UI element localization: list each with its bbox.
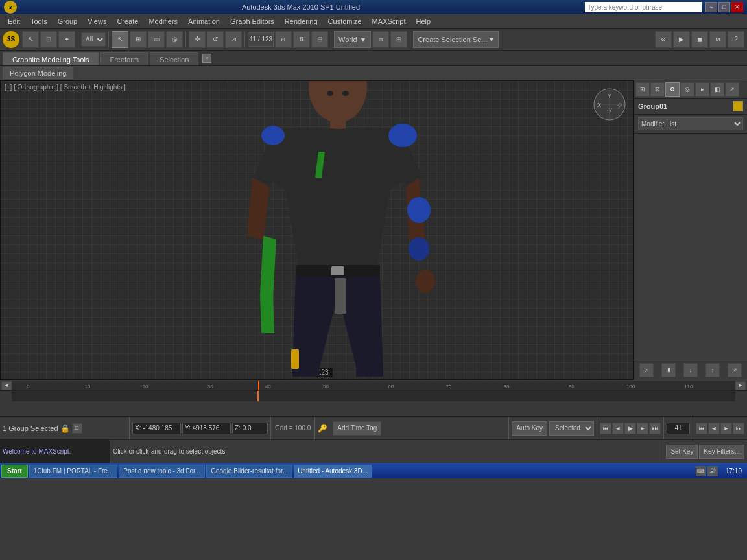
tab-graphite[interactable]: Graphite Modeling Tools [3,52,99,65]
taskbar-item-3[interactable]: Google Bilder-resultat for... [206,465,292,478]
create-selection-btn[interactable]: Create Selection Se... ▼ [413,31,499,48]
system-tray: ⌨ 🔊 [693,466,720,476]
timeline-frame-marker[interactable] [258,381,259,390]
panel-modify-btn[interactable]: ⚙ [665,82,680,97]
select-region-btn[interactable]: ⊡ [40,31,57,48]
menu-animation[interactable]: Animation [183,16,225,27]
lasso-select-btn[interactable]: ✦ [58,31,75,48]
scale-btn[interactable]: ⊿ [225,31,242,48]
misc-icon2[interactable]: ⊞ [390,31,407,48]
key-filters-btn[interactable]: Key Filters... [699,445,744,459]
menu-graph-editors[interactable]: Graph Editors [225,16,279,27]
snap-btn[interactable]: ⊕ [275,31,292,48]
go-to-end-btn[interactable]: ⏭ [649,423,661,434]
taskbar-item-4[interactable]: Untitled - Autodesk 3D... [294,465,372,478]
x-coord-input[interactable] [132,423,181,434]
z-coord-input[interactable] [232,423,268,434]
play-btn[interactable]: ▶ [624,423,636,434]
menu-views[interactable]: Views [82,16,112,27]
select-move-btn[interactable]: ⊞ [130,31,147,48]
viewport[interactable]: [+] [ Orthographic ] [ Smooth + Highligh… [0,80,634,380]
material-editor-btn[interactable]: M [709,31,726,48]
move-btn[interactable]: ✛ [189,31,206,48]
mirror-btn[interactable]: ⇅ [293,31,310,48]
menu-customize[interactable]: Customize [323,16,367,27]
coord-icon[interactable]: ⊞ [72,423,82,434]
pause-btn[interactable]: ⏸ [661,363,676,377]
panel-utility-btn[interactable]: ↗ [725,82,739,97]
separator1 [78,32,78,47]
menu-help[interactable]: Help [411,16,436,27]
anim-extra-btn4[interactable]: ⏭ [733,423,744,434]
taskbar-item-1[interactable]: 1Club.FM | PORTAL - Fre... [29,465,117,478]
configure-btn[interactable]: ↑ [706,363,720,377]
svg-rect-11 [331,266,344,275]
sub-tab-polygon-modeling[interactable]: Polygon Modeling [3,67,73,79]
timeline-track[interactable] [12,391,735,401]
help-btn[interactable]: ? [728,31,744,48]
timeline-ruler[interactable]: 0 10 20 30 40 50 60 70 80 90 100 110 [12,381,735,390]
frame-number-input[interactable] [667,423,690,434]
panel-display-btn[interactable]: ⊞ [635,82,650,97]
object-color-swatch[interactable] [733,101,743,111]
panel-hierarchy-btn[interactable]: ⊠ [650,82,665,97]
minimize-btn[interactable]: − [706,2,717,12]
taskbar-item-2[interactable]: Post a new topic - 3d For... [119,465,205,478]
menu-edit[interactable]: Edit [3,16,25,27]
close-btn[interactable]: ✕ [731,2,743,12]
filter-dropdown[interactable]: All [81,32,106,47]
lock-icon[interactable]: 🔒 [60,424,70,433]
rectangle-select-btn[interactable]: ▭ [148,31,165,48]
tab-close-btn[interactable]: × [202,54,211,63]
menu-create[interactable]: Create [112,16,143,27]
render-btn[interactable]: ▶ [673,31,690,48]
menu-maxscript[interactable]: MAXScript [367,16,411,27]
start-btn[interactable]: Start [1,465,28,478]
menu-tools[interactable]: Tools [25,16,53,27]
timeline-scroll-left[interactable]: ◄ [1,381,12,390]
anim-extra-btn2[interactable]: ◄ [708,423,720,434]
panel-motion-btn[interactable]: ▸ [695,82,709,97]
taskbar-item-1-label: 1Club.FM | PORTAL - Fre... [34,467,113,474]
menu-rendering[interactable]: Rendering [279,16,323,27]
panel-hierarchy2-btn[interactable]: ◎ [680,82,694,97]
pin-stack-btn[interactable]: ↙ [639,363,654,377]
selected-dropdown[interactable]: Selected [549,421,594,436]
select-btn[interactable]: ↖ [112,31,128,48]
go-to-start-btn[interactable]: ⏮ [600,423,611,434]
tray-icon1[interactable]: ⌨ [696,466,706,476]
panel-display2-btn[interactable]: ◧ [710,82,724,97]
timeline-scroll-right[interactable]: ► [735,381,746,390]
select-highlight-btn[interactable]: ◎ [166,31,183,48]
render-type-btn[interactable]: ◼ [691,31,708,48]
svg-point-6 [409,237,429,261]
render-setup-btn[interactable]: ⚙ [655,31,672,48]
menu-group[interactable]: Group [53,16,83,27]
misc-icon1[interactable]: ⧈ [372,31,389,48]
anim-extra-btn3[interactable]: ► [720,423,732,434]
title-search-input[interactable] [585,2,702,12]
tray-icon2[interactable]: 🔊 [707,466,718,476]
anim-extra-btn1[interactable]: ⏮ [696,423,707,434]
ruler-mark-40: 40 [265,384,271,390]
next-frame-btn[interactable]: ► [637,423,648,434]
world-dropdown[interactable]: World ▼ [334,31,371,48]
app-logo: 3 [4,1,17,14]
menu-modifiers[interactable]: Modifiers [143,16,183,27]
prev-frame-btn[interactable]: ◄ [612,423,624,434]
set-key-btn[interactable]: Set Key [666,445,698,459]
maximize-btn[interactable]: □ [718,2,730,12]
select-tool-btn[interactable]: ↖ [22,31,39,48]
make-unique-btn[interactable]: ↗ [728,363,742,377]
modifier-list-select[interactable]: Modifier List [638,117,743,130]
add-time-tag-btn[interactable]: Add Time Tag [333,421,381,436]
tab-freeform[interactable]: Freeform [100,52,148,65]
auto-key-btn[interactable]: Auto Key [512,421,547,436]
sub-tab-bar: Polygon Modeling [0,66,747,80]
remove-modifier-btn[interactable]: ↓ [683,363,698,377]
key-lock-icon[interactable]: 🔑 [315,424,330,433]
y-coord-input[interactable] [182,423,231,434]
tab-selection[interactable]: Selection [150,52,198,65]
rotate-btn[interactable]: ↺ [207,31,224,48]
align-btn[interactable]: ⊟ [311,31,328,48]
